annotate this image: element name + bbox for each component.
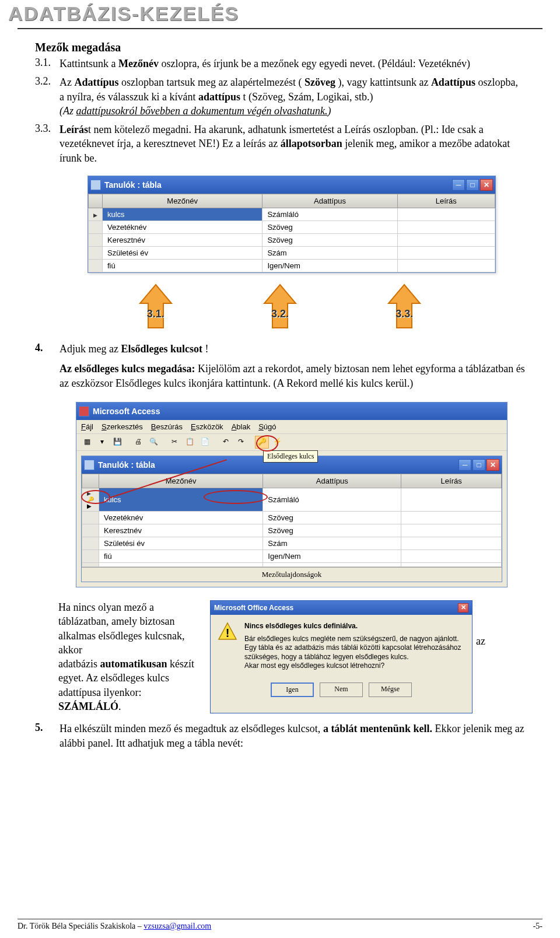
- maximize-button[interactable]: □: [473, 459, 485, 471]
- toolbar-button[interactable]: 🖨: [131, 436, 145, 449]
- tooltip: Elsődleges kulcs: [263, 450, 318, 463]
- row-selector[interactable]: [89, 234, 103, 247]
- menubar[interactable]: Fájl Szerkesztés Beszúrás Eszközök Ablak…: [76, 420, 507, 434]
- close-button[interactable]: ✕: [487, 459, 499, 471]
- bold-term: Mezőnév: [118, 58, 159, 69]
- dialog-box: Microsoft Office Access ✕ ! Nincs elsődl…: [210, 600, 473, 713]
- cell[interactable]: Szöveg: [263, 524, 401, 537]
- cell[interactable]: Szöveg: [263, 511, 401, 524]
- fields-table: Mezőnév Adattípus Leírás kulcs Számláló …: [88, 194, 495, 272]
- cell[interactable]: Keresztnév: [103, 234, 262, 247]
- cell[interactable]: Szám: [263, 537, 401, 550]
- maximize-button[interactable]: □: [466, 179, 479, 191]
- cell[interactable]: Vezetéknév: [99, 511, 263, 524]
- column-header[interactable]: Leírás: [397, 194, 495, 208]
- column-header[interactable]: Adattípus: [262, 194, 397, 208]
- footer-text: Dr. Török Béla Speciális Szakiskola –: [18, 922, 144, 930]
- row-selector[interactable]: [89, 260, 103, 272]
- footer-email-link[interactable]: vzsuzsa@gmail.com: [144, 922, 211, 930]
- cell[interactable]: fiú: [103, 260, 262, 272]
- save-button[interactable]: 💾: [110, 436, 124, 449]
- menu-item[interactable]: Szerkesztés: [102, 422, 143, 431]
- minimize-button[interactable]: ─: [452, 179, 465, 191]
- cell[interactable]: Szöveg: [262, 234, 397, 247]
- copy-button[interactable]: 📋: [183, 436, 197, 449]
- cell[interactable]: [401, 511, 502, 524]
- cancel-button[interactable]: Mégse: [369, 682, 412, 697]
- menu-item[interactable]: Eszközök: [191, 422, 223, 431]
- menu-item[interactable]: Ablak: [232, 422, 251, 431]
- arrow-label: 3.1.: [135, 308, 176, 320]
- cut-button[interactable]: ✂: [167, 436, 181, 449]
- bold-term: állapotsorban: [281, 138, 342, 149]
- text: oszlopra, és írjunk be a mezőnek egy egy…: [161, 58, 470, 69]
- no-button[interactable]: Nem: [320, 682, 363, 697]
- cell[interactable]: Születési év: [99, 537, 263, 550]
- red-circle-annotation: [256, 435, 278, 452]
- access-icon: [79, 406, 89, 416]
- top-rule: [18, 28, 542, 29]
- cell[interactable]: fiú: [99, 550, 263, 562]
- cell[interactable]: [397, 260, 495, 272]
- cell[interactable]: [99, 562, 263, 566]
- cell[interactable]: [401, 562, 502, 566]
- cell[interactable]: [401, 550, 502, 562]
- column-header[interactable]: Mezőnév: [103, 194, 262, 208]
- row-selector[interactable]: [82, 511, 99, 524]
- cell[interactable]: Szám: [262, 247, 397, 260]
- list-number: 5.: [35, 722, 60, 750]
- menu-item[interactable]: Súgó: [258, 422, 276, 431]
- arrow-label: 3.2.: [260, 308, 300, 320]
- cell[interactable]: Születési év: [103, 247, 262, 260]
- paste-button[interactable]: 📄: [198, 436, 212, 449]
- close-button[interactable]: ✕: [458, 603, 468, 612]
- bold-term: automatikusan: [100, 658, 167, 670]
- cell[interactable]: Igen/Nem: [262, 260, 397, 272]
- table-icon: [84, 460, 94, 470]
- menu-item[interactable]: Beszúrás: [151, 422, 183, 431]
- menu-item[interactable]: Fájl: [81, 422, 93, 431]
- cell[interactable]: [401, 537, 502, 550]
- column-header[interactable]: Adattípus: [263, 474, 401, 488]
- row-selector[interactable]: [89, 247, 103, 260]
- row-selector[interactable]: [82, 562, 99, 566]
- text: !: [205, 343, 209, 355]
- cell[interactable]: Szöveg: [262, 221, 397, 234]
- fields-table: Mezőnév Adattípus Leírás 🔑▶ kulcs Számlá…: [82, 474, 502, 567]
- toolbar-button[interactable]: ▦: [80, 436, 94, 449]
- cell[interactable]: [397, 247, 495, 260]
- undo-button[interactable]: ↶: [219, 436, 233, 449]
- row-selector[interactable]: [82, 524, 99, 537]
- cell[interactable]: [263, 562, 401, 566]
- cell[interactable]: [397, 221, 495, 234]
- cell[interactable]: Számláló: [263, 488, 401, 511]
- cell[interactable]: [397, 208, 495, 221]
- cell[interactable]: Számláló: [262, 208, 397, 221]
- screenshot-access-window: Microsoft Access Fájl Szerkesztés Beszúr…: [76, 402, 508, 587]
- row-selector[interactable]: [89, 208, 103, 221]
- column-header[interactable]: Leírás: [401, 474, 502, 488]
- text: Ha elkészült minden mező és megadtuk az …: [60, 723, 323, 734]
- cell[interactable]: [401, 524, 502, 537]
- row-selector[interactable]: [82, 537, 99, 550]
- row-selector[interactable]: [89, 221, 103, 234]
- redo-button[interactable]: ↷: [234, 436, 248, 449]
- cell[interactable]: Vezetéknév: [103, 221, 262, 234]
- row-selector[interactable]: [82, 550, 99, 562]
- cell[interactable]: [397, 234, 495, 247]
- cell[interactable]: Keresztnév: [99, 524, 263, 537]
- bold-term: Szöveg: [304, 76, 335, 88]
- cell[interactable]: [401, 488, 502, 511]
- cell[interactable]: kulcs: [103, 208, 262, 221]
- text: oszlopban tartsuk meg az alapértelmezést…: [121, 76, 302, 88]
- toolbar-button[interactable]: 🔍: [146, 436, 160, 449]
- list-number: 3.2.: [35, 75, 60, 118]
- column-header[interactable]: Mezőnév: [99, 474, 263, 488]
- cell[interactable]: Igen/Nem: [263, 550, 401, 562]
- warning-icon: !: [218, 622, 237, 642]
- close-button[interactable]: ✕: [480, 179, 493, 191]
- toolbar-button[interactable]: ▾: [95, 436, 109, 449]
- minimize-button[interactable]: ─: [459, 459, 471, 471]
- yes-button[interactable]: Igen: [271, 682, 314, 697]
- dialog-question: Akar most egy elsődleges kulcsot létreho…: [244, 662, 465, 671]
